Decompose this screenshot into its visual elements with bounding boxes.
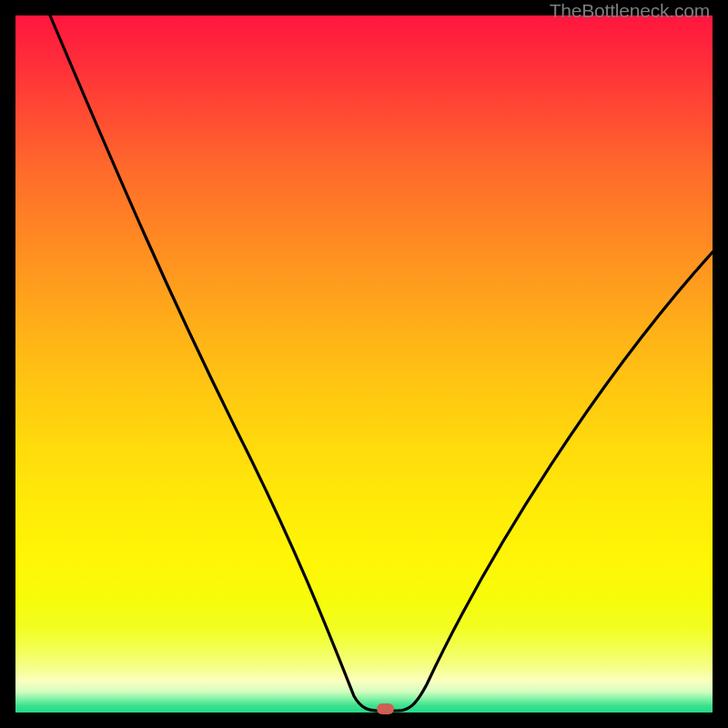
chart-plot-area: [15, 15, 713, 713]
chart-frame: TheBottleneck.com: [0, 0, 728, 728]
bottleneck-curve: [15, 15, 713, 713]
optimal-point-marker: [377, 703, 394, 714]
attribution-label: TheBottleneck.com: [550, 0, 710, 22]
